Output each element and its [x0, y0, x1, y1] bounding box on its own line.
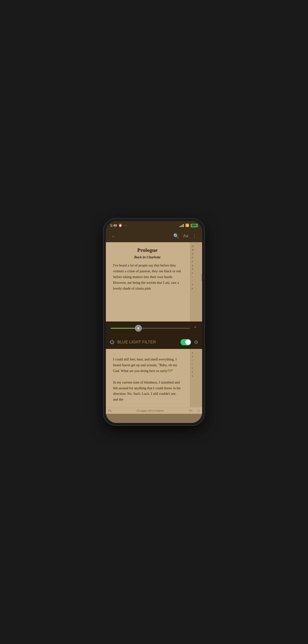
blf-toggle[interactable] [181, 339, 191, 345]
prologue-title: Prologue [113, 247, 182, 253]
wifi-icon: 📶 [185, 224, 189, 227]
background-area [106, 414, 202, 423]
brightness-thumb[interactable]: ✺ [135, 325, 142, 332]
main-text-area: Prologue Back in Charlotte I've heard a … [113, 247, 195, 292]
status-left: 1:48 ⏰ ··· [110, 224, 127, 227]
brightness-icon: ✺ [137, 326, 140, 330]
lower-text-area: ... I could still feel, hear, and smell … [113, 351, 195, 402]
status-time: 1:48 [110, 224, 117, 227]
right-strip-text: piMwbpghpcrhp [192, 244, 201, 290]
lower-book-text: ... I could still feel, hear, and smell … [113, 351, 182, 402]
partial-line: ... [113, 352, 115, 356]
far-right-num: 22 [198, 409, 200, 412]
status-right: 📶 50% [180, 224, 198, 227]
prologue-body: I've heard a lot of people say that befo… [113, 263, 182, 292]
brightness-fill [111, 328, 138, 329]
blf-toggle-thumb [185, 340, 191, 345]
status-bar: 1:48 ⏰ ··· 📶 50% [106, 221, 202, 230]
more-button[interactable]: ⋮ [191, 232, 198, 240]
page-left-percent: 2% [108, 409, 112, 412]
settings-icon[interactable]: ⚙ [194, 339, 198, 345]
top-nav: ← 🔍 Aa ⋮ [106, 230, 202, 242]
battery-indicator: 50% [191, 224, 198, 227]
search-button[interactable]: 🔍 [172, 232, 181, 240]
book-content-lower: hhtiynk ... I could still feel, hear, an… [106, 349, 202, 414]
brightness-slider[interactable]: ✺ [111, 328, 190, 329]
prologue-subtitle: Back in Charlotte [113, 255, 182, 259]
nav-right-icons: 🔍 Aa ⋮ [172, 232, 198, 240]
collapse-button[interactable]: ⌃ [193, 325, 197, 331]
lower-paragraph-1: I could still feel, hear, and smell ever… [113, 357, 177, 373]
status-dots: ··· [124, 224, 127, 227]
lower-paragraph-2: In my current state of blindness, I stum… [113, 380, 181, 402]
book-content-upper: piMwbpghpcrhp Prologue Back in Charlotte… [106, 242, 202, 322]
scroll-handle[interactable] [201, 274, 202, 281]
power-icon[interactable]: ⏻ [110, 339, 114, 345]
back-button[interactable]: ← [110, 232, 117, 240]
blf-label: BLUE LIGHT FILTER [117, 340, 178, 344]
page-right-percent: 2% [189, 409, 193, 412]
lower-right-strip: hhtiynk [190, 349, 202, 414]
book-page-upper: piMwbpghpcrhp Prologue Back in Charlotte… [106, 242, 202, 322]
pages-left-text: 23 pages left in chapter [112, 409, 189, 412]
alarm-icon: ⏰ [118, 224, 122, 227]
page-footer: 2% 23 pages left in chapter 2% 22 [106, 407, 202, 414]
brightness-bar: ✺ ⌃ [106, 322, 202, 335]
blue-light-filter-bar: ⏻ BLUE LIGHT FILTER ⚙ [106, 335, 202, 349]
lower-right-text: hhtiynk [192, 351, 201, 378]
signal-icon [180, 224, 184, 227]
font-button[interactable]: Aa [182, 232, 190, 240]
page-right-strip: piMwbpghpcrhp [190, 242, 202, 322]
